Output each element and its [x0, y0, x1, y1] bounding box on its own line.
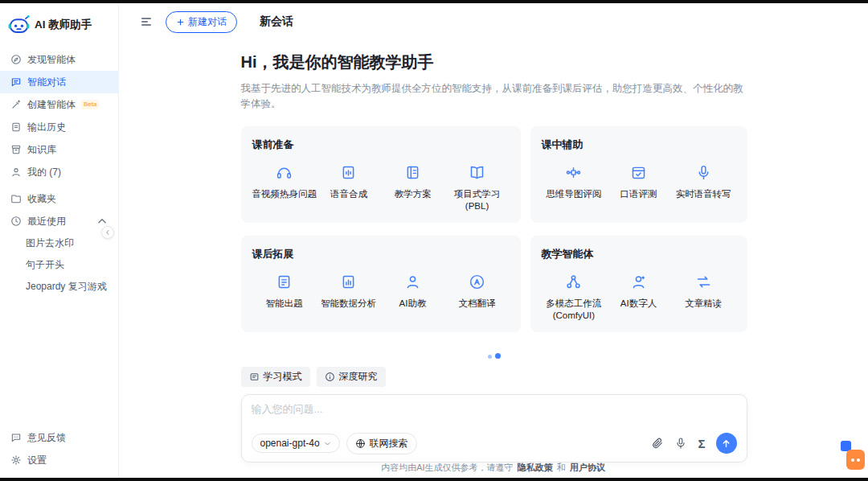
session-title: 新会话	[260, 14, 293, 29]
workflow-icon	[565, 273, 582, 290]
loading-dot	[495, 353, 501, 359]
beta-badge: Beta	[81, 100, 99, 109]
recent-item-sentence-starters[interactable]: 句子开头	[0, 254, 118, 276]
disclaimer-footer: 内容均由AI生成仅供参考，请遵守 隐私政策 和 用户协议	[120, 462, 868, 474]
teaching-plan-icon	[404, 164, 421, 181]
feature-ai-assistant[interactable]: AI助教	[381, 273, 445, 310]
card-in-class: 课中辅助 思维导图评阅	[530, 126, 747, 223]
feature-pbl[interactable]: 项目式学习(PBL)	[445, 164, 510, 213]
feature-label: 音视频热身问题	[252, 188, 317, 201]
sidebar-item-recently-used[interactable]: 最近使用	[0, 210, 118, 232]
microphone-icon[interactable]	[674, 437, 687, 450]
feedback-icon	[10, 432, 22, 443]
chevron-down-icon	[324, 440, 331, 447]
compass-icon	[10, 54, 22, 65]
card-after-class: 课后拓展 智能出题	[241, 236, 521, 332]
sidebar-item-label: 设置	[27, 454, 47, 467]
app-title: AI 教师助手	[35, 18, 92, 32]
feature-label: 实时语音转写	[676, 188, 731, 201]
menu-collapse-icon[interactable]	[140, 15, 153, 28]
composer: openai-gpt-4o 联网搜索	[241, 394, 747, 462]
feature-label: 文章精读	[685, 298, 722, 310]
output-history-icon	[10, 121, 22, 133]
recent-item-watermark-remove[interactable]: 图片去水印	[0, 232, 118, 254]
robot-icon	[8, 14, 30, 35]
sigma-formula-icon[interactable]: Σ	[698, 438, 705, 450]
sidebar-item-label: 创建智能体	[27, 98, 76, 112]
sidebar-item-knowledge-base[interactable]: 知识库	[0, 138, 118, 161]
sidebar: AI 教师助手 发现智能体 智能对话 创	[0, 3, 119, 478]
sidebar-item-mine[interactable]: 我的 (7)	[0, 161, 118, 183]
sidebar-item-label: 智能对话	[27, 76, 66, 89]
feature-label: 教学方案	[395, 188, 432, 201]
ai-assistant-icon	[404, 273, 421, 290]
sidebar-item-smart-chat[interactable]: 智能对话	[0, 71, 118, 93]
feature-article-reading[interactable]: 文章精读	[671, 273, 736, 310]
card-title: 课前准备	[252, 138, 510, 152]
sidebar-item-label: 知识库	[27, 143, 56, 157]
card-teaching-agents: 教学智能体 多模态工作流(ComfyUI)	[530, 236, 747, 332]
user-agreement-link[interactable]: 用户协议	[570, 462, 605, 472]
model-select[interactable]: openai-gpt-4o	[252, 434, 340, 453]
sidebar-item-label: 发现智能体	[27, 53, 76, 67]
new-chat-button[interactable]: 新建对话	[166, 11, 237, 33]
feature-data-analysis[interactable]: 智能数据分析	[317, 273, 381, 310]
chip-label: 深度研究	[339, 370, 378, 384]
card-title: 课中辅助	[542, 138, 736, 152]
top-edge-bar	[0, 0, 868, 3]
feature-speech-transcribe[interactable]: 实时语音转写	[671, 164, 736, 201]
feature-label: 项目式学习(PBL)	[454, 188, 501, 213]
model-select-value: openai-gpt-4o	[260, 438, 320, 449]
feature-digital-human[interactable]: AI数字人	[606, 273, 671, 310]
info-circle-icon	[325, 372, 335, 382]
sidebar-item-feedback[interactable]: 意见反馈	[0, 426, 118, 449]
loading-indicator	[241, 353, 747, 359]
recent-item-jeopardy-game[interactable]: Jeopardy 复习游戏	[0, 276, 118, 298]
new-chat-label: 新建对话	[188, 15, 227, 29]
clock-icon	[10, 216, 22, 227]
sidebar-item-favorites[interactable]: 收藏夹	[0, 187, 118, 210]
article-reading-icon	[695, 273, 712, 290]
assistant-float-widget[interactable]	[841, 441, 865, 470]
feature-label: 思维导图评阅	[546, 188, 601, 201]
mode-chips: 学习模式 深度研究	[241, 367, 747, 387]
feature-label: AI数字人	[620, 298, 657, 310]
web-search-toggle[interactable]: 联网搜索	[346, 433, 417, 454]
disclaimer-text: 内容均由AI生成仅供参考，请遵守	[381, 462, 513, 472]
headset-question-icon	[276, 164, 293, 181]
gear-icon	[10, 454, 22, 466]
paperclip-icon[interactable]	[651, 437, 664, 450]
card-title: 课后拓展	[252, 247, 510, 261]
sidebar-item-create-agent[interactable]: 创建智能体 Beta	[0, 93, 118, 116]
sidebar-collapse-handle[interactable]	[101, 226, 114, 239]
feature-doc-translate[interactable]: 文档翻译	[445, 273, 510, 310]
send-button[interactable]	[716, 433, 737, 454]
feature-av-warmup[interactable]: 音视频热身问题	[252, 164, 317, 201]
feature-teaching-plan[interactable]: 教学方案	[381, 164, 445, 201]
privacy-policy-link[interactable]: 隐私政策	[518, 462, 553, 472]
feature-mindmap-review[interactable]: 思维导图评阅	[542, 164, 607, 201]
learning-mode-chip[interactable]: 学习模式	[241, 367, 310, 387]
sidebar-item-settings[interactable]: 设置	[0, 449, 118, 471]
feature-label: 智能数据分析	[321, 298, 376, 310]
chevron-up-icon[interactable]	[96, 216, 108, 227]
sidebar-item-output-history[interactable]: 输出历史	[0, 116, 118, 138]
learning-mode-icon	[249, 372, 260, 382]
sidebar-item-label: 我的 (7)	[27, 166, 61, 179]
loading-dot	[488, 355, 492, 359]
hero-subtitle: 我基于先进的人工智能技术为教师提供全方位的智能支持，从课前准备到课后评估，助您打…	[241, 81, 747, 113]
feature-oral-test[interactable]: 口语评测	[606, 164, 671, 201]
app-logo: AI 教师助手	[0, 14, 118, 35]
arrow-up-icon	[721, 438, 731, 449]
sidebar-item-label: 意见反馈	[27, 431, 66, 445]
quiz-icon	[276, 273, 293, 290]
feature-comfyui-workflow[interactable]: 多模态工作流(ComfyUI)	[542, 273, 607, 323]
main-area: 新建对话 新会话 Hi，我是你的智能教学助手 我基于先进的人工智能技术为教师提供…	[120, 3, 868, 478]
sidebar-item-discover-agents[interactable]: 发现智能体	[0, 48, 118, 71]
open-book-icon	[469, 164, 485, 181]
deep-research-chip[interactable]: 深度研究	[317, 367, 386, 387]
feature-speech-synthesis[interactable]: 语音合成	[317, 164, 381, 201]
widget-robot-icon	[846, 450, 865, 470]
feature-quiz-generate[interactable]: 智能出题	[252, 273, 317, 310]
question-input[interactable]	[252, 403, 737, 415]
